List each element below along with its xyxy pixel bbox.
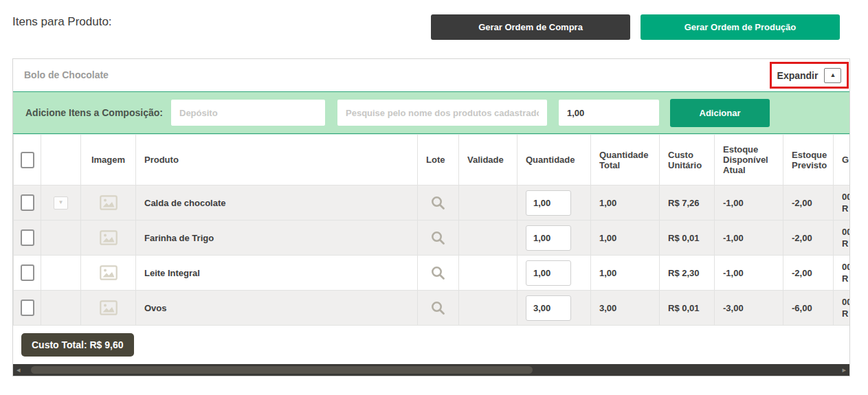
image-placeholder-icon — [81, 300, 135, 315]
lote-search-icon[interactable] — [418, 300, 458, 316]
table-header-row: Imagem Produto Lote Validade Quantidade … — [14, 135, 850, 185]
quantity-input[interactable] — [559, 100, 659, 126]
header-custo-unitario: Custo Unitário — [660, 135, 715, 185]
estoque-previsto-cell: -2,00 — [783, 256, 834, 291]
row-checkbox[interactable] — [21, 194, 34, 211]
validade-cell — [459, 291, 518, 326]
product-composition-panel: Bolo de Chocolate Expandir ▲ Adicione It… — [12, 58, 850, 376]
estoque-previsto-cell: -6,00 — [783, 291, 834, 326]
product-name: Bolo de Chocolate — [24, 69, 109, 80]
panel-header: Bolo de Chocolate Expandir ▲ — [13, 59, 849, 91]
header-quantidade: Quantidade — [518, 135, 591, 185]
image-placeholder-icon — [81, 195, 135, 210]
image-placeholder-icon — [81, 230, 135, 245]
items-table: Imagem Produto Lote Validade Quantidade … — [13, 134, 849, 326]
product-search-input[interactable] — [337, 100, 547, 126]
annotation-red-highlight: Expandir ▲ — [770, 62, 849, 89]
product-cell: Leite Integral — [136, 256, 418, 291]
lote-search-icon[interactable] — [418, 195, 458, 211]
select-all-checkbox[interactable] — [21, 152, 34, 168]
row-quantity-input[interactable] — [526, 225, 571, 251]
horizontal-scrollbar[interactable]: ◂ ▸ — [13, 364, 849, 376]
image-placeholder-icon — [81, 265, 135, 280]
estoque-disponivel-cell: -1,00 — [715, 256, 783, 291]
g-cell: 00R — [834, 221, 850, 256]
items-table-container: Imagem Produto Lote Validade Quantidade … — [13, 134, 849, 326]
quantidade-total-cell: 3,00 — [591, 291, 660, 326]
row-checkbox[interactable] — [21, 229, 34, 246]
collapse-panel-button[interactable]: ▲ — [824, 68, 841, 83]
chevron-down-icon: ▼ — [58, 199, 64, 205]
validade-cell — [459, 256, 518, 291]
add-composition-bar: Adicione Itens a Composição: Adicionar — [13, 91, 849, 134]
custo-unitario-cell: R$ 0,01 — [660, 221, 715, 256]
scroll-left-arrow-icon[interactable]: ◂ — [16, 365, 21, 375]
total-cost-badge: Custo Total: R$ 9,60 — [21, 333, 134, 357]
lote-search-icon[interactable] — [418, 230, 458, 246]
header-produto: Produto — [136, 135, 418, 185]
lote-search-icon[interactable] — [418, 265, 458, 281]
scrollbar-thumb[interactable] — [31, 366, 533, 374]
header-expand-col — [41, 135, 81, 185]
chevron-up-icon: ▲ — [830, 71, 836, 78]
header-validade: Validade — [459, 135, 518, 185]
custo-unitario-cell: R$ 2,30 — [660, 256, 715, 291]
estoque-previsto-cell: -2,00 — [783, 185, 834, 221]
header-estoque-disponivel: Estoque Disponível Atual — [715, 135, 783, 185]
estoque-disponivel-cell: -1,00 — [715, 185, 783, 221]
scroll-right-arrow-icon[interactable]: ▸ — [842, 365, 846, 375]
quantidade-total-cell: 1,00 — [591, 221, 660, 256]
row-checkbox[interactable] — [21, 300, 34, 316]
estoque-disponivel-cell: -3,00 — [715, 291, 783, 326]
panel-footer: Custo Total: R$ 9,60 — [13, 326, 849, 364]
deposit-input[interactable] — [171, 100, 325, 126]
page-title: Itens para Produto: — [12, 15, 112, 29]
row-expand-button[interactable]: ▼ — [54, 196, 68, 210]
header-imagem: Imagem — [81, 135, 136, 185]
add-item-button[interactable]: Adicionar — [670, 99, 770, 127]
g-cell: 00R — [834, 256, 850, 291]
table-row: Farinha de Trigo 1,00 R$ 0,01 -1,00 -2,0… — [14, 221, 850, 256]
g-cell: 00R — [834, 291, 850, 326]
generate-purchase-order-button[interactable]: Gerar Ordem de Compra — [431, 14, 630, 40]
expand-label: Expandir — [777, 70, 819, 81]
estoque-disponivel-cell: -1,00 — [715, 221, 783, 256]
custo-unitario-cell: R$ 7,26 — [660, 185, 715, 221]
header-estoque-previsto: Estoque Previsto — [783, 135, 834, 185]
product-cell: Farinha de Trigo — [136, 221, 418, 256]
validade-cell — [459, 221, 518, 256]
row-quantity-input[interactable] — [526, 295, 571, 321]
product-cell: Ovos — [136, 291, 418, 326]
custo-unitario-cell: R$ 0,01 — [660, 291, 715, 326]
header-lote: Lote — [418, 135, 459, 185]
table-row: ▼ Calda de chocolate 1,00 R$ 7,26 -1,00 … — [14, 185, 850, 221]
table-row: Leite Integral 1,00 R$ 2,30 -1,00 -2,00 … — [14, 256, 850, 291]
product-cell: Calda de chocolate — [136, 185, 418, 221]
validade-cell — [459, 185, 518, 221]
table-row: Ovos 3,00 R$ 0,01 -3,00 -6,00 00R — [14, 291, 850, 326]
quantidade-total-cell: 1,00 — [591, 256, 660, 291]
row-quantity-input[interactable] — [526, 260, 571, 286]
g-cell: 00R — [834, 185, 850, 221]
header-g: G — [834, 135, 850, 185]
row-checkbox[interactable] — [21, 264, 34, 281]
row-quantity-input[interactable] — [526, 190, 571, 216]
composition-bar-label: Adicione Itens a Composição: — [25, 107, 171, 118]
generate-production-order-button[interactable]: Gerar Ordem de Produção — [641, 14, 840, 40]
header-quantidade-total: Quantidade Total — [591, 135, 660, 185]
estoque-previsto-cell: -2,00 — [783, 221, 834, 256]
quantidade-total-cell: 1,00 — [591, 185, 660, 221]
